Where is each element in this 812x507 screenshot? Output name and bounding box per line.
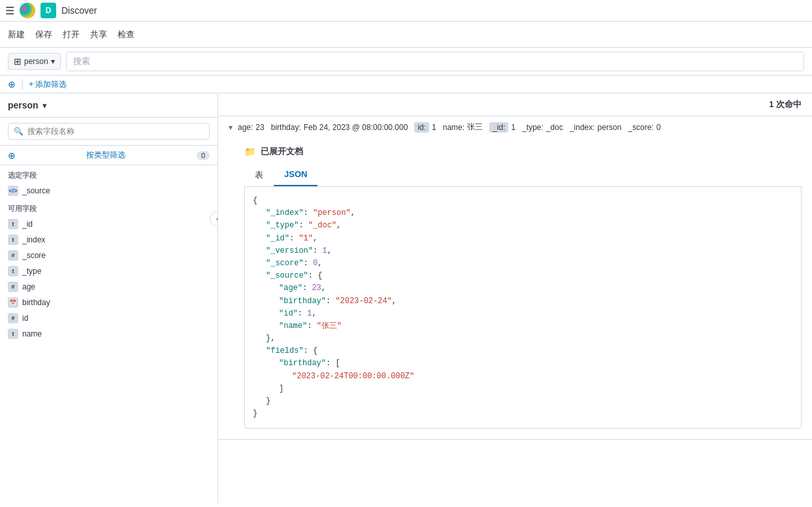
available-fields-section: 可用字段 [0,199,218,216]
id-key-highlighted: id: [414,122,429,133]
filter-separator: | [21,78,24,90]
meta-type-val: _doc [546,123,563,132]
field-name-source: _source [22,186,50,195]
meta-id-key-highlighted: _id: [489,122,508,133]
inspect-button[interactable]: 检查 [118,26,135,43]
name-val: 张三 [467,122,483,133]
filter-type-button[interactable]: 按类型筛选 [86,150,125,161]
index-pattern-label: person [24,57,48,66]
share-button[interactable]: 共享 [90,26,107,43]
field-type-cal-icon: 📅 [8,297,18,308]
index-pattern-selector[interactable]: ⊞ person ▾ [8,53,61,70]
filter-icon: ⊕ [8,79,16,90]
sidebar-chevron-icon: ▾ [42,101,47,110]
result-list: ▾ age: 23 birthday: Feb 24, 2023 @ 08:00… [218,116,812,440]
birthday-key: birthday: [271,123,301,132]
sidebar-index-selector[interactable]: person ▾ [0,93,218,118]
field-name-_index: _index [22,235,45,244]
field-type-source-icon: </> [8,186,18,196]
sidebar-search-input[interactable] [27,127,204,136]
field-name-age: age [22,282,35,291]
age-key: age: [238,123,253,132]
selected-fields-section: 选定字段 [0,165,218,183]
field-item-age[interactable]: # age [0,279,218,295]
field-type-hash-icon: # [8,282,18,292]
app-avatar: D [41,3,56,18]
field-type-hash-icon: # [8,250,18,261]
filter-count-badge: 0 [197,151,210,160]
field-name-id: id [22,314,28,323]
name-key: name: [443,123,464,132]
sidebar-search-field: 🔍 [0,118,218,146]
new-button[interactable]: 新建 [8,26,25,43]
field-type-t-icon: t [8,329,18,339]
add-filter-button[interactable]: + 添加筛选 [29,79,67,90]
age-val: 23 [255,123,264,132]
sidebar-index-label: person [8,100,39,110]
search-bar: ⊞ person ▾ 搜索 [0,48,812,76]
doc-expanded: 📁 已展开文档 表 JSON { "_index": "person", "_t… [218,138,812,439]
json-block: { "_index": "person", "_type": "_doc", "… [244,187,802,429]
top-bar: ☰ D Discover [0,0,812,22]
save-button[interactable]: 保存 [35,26,52,43]
field-type-hash-icon: # [8,313,18,323]
doc-header: 📁 已展开文档 [244,146,802,157]
content-area: 1 次命中 ▾ age: 23 birthday: Feb 24, 2023 @… [218,93,812,503]
sidebar: person ▾ 🔍 ⊕ 按类型筛选 0 选定字段 </> _source 可用… [0,93,218,503]
main-layout: person ▾ 🔍 ⊕ 按类型筛选 0 选定字段 </> _source 可用… [0,93,812,503]
field-type-t-icon: t [8,266,18,276]
field-name-_id: _id [22,220,33,229]
filter-bar: ⊕ | + 添加筛选 [0,76,812,93]
table-row: ▾ age: 23 birthday: Feb 24, 2023 @ 08:00… [218,116,812,440]
result-row-header[interactable]: ▾ age: 23 birthday: Feb 24, 2023 @ 08:00… [218,116,812,138]
result-fields: age: 23 birthday: Feb 24, 2023 @ 08:00:0… [238,122,660,133]
doc-tabs: 表 JSON [244,165,802,187]
field-item-name[interactable]: t name [0,326,218,342]
search-input-wrap[interactable]: 搜索 [66,52,804,71]
birthday-val: Feb 24, 2023 @ 08:00:00.000 [304,123,408,132]
menu-icon[interactable]: ☰ [5,5,14,17]
meta-score-key: _score: [628,123,653,132]
sidebar-search-wrap[interactable]: 🔍 [8,123,210,140]
field-item-birthday[interactable]: 📅 birthday [0,295,218,310]
tab-json[interactable]: JSON [274,165,317,186]
open-button[interactable]: 打开 [63,26,80,43]
field-name-name: name [22,329,42,338]
meta-type-key: _type: [522,123,544,132]
filter-type-row: ⊕ 按类型筛选 0 [0,146,218,165]
meta-index-val: person [598,123,622,132]
doc-header-title: 已展开文档 [261,146,303,157]
app-title: Discover [61,5,97,16]
kibana-logo [20,3,35,18]
hits-bar: 1 次命中 [218,93,812,116]
field-item-_score[interactable]: # _score [0,248,218,263]
field-name-birthday: birthday [22,298,50,307]
expand-chevron-icon[interactable]: ▾ [229,123,233,132]
id-val: 1 [432,123,436,132]
field-item-_index[interactable]: t _index [0,232,218,248]
filter-type-icon: ⊕ [8,150,16,161]
meta-id-val: 1 [511,123,515,132]
field-type-t-icon: t [8,235,18,245]
sidebar-search-icon: 🔍 [14,127,24,136]
field-type-t-icon: t [8,219,18,229]
index-pattern-icon: ⊞ [14,56,22,67]
meta-score-val: 0 [657,123,661,132]
search-placeholder: 搜索 [73,56,90,66]
field-name-_score: _score [22,251,46,260]
field-item-_id[interactable]: t _id [0,216,218,232]
meta-index-key: _index: [570,123,595,132]
field-name-_type: _type [22,267,41,276]
folder-icon: 📁 [244,146,255,157]
chevron-down-icon: ▾ [51,57,55,66]
tab-table[interactable]: 表 [244,165,274,186]
toolbar: 新建 保存 打开 共享 检查 [0,22,812,48]
hits-count: 1 次命中 [769,99,802,110]
field-item-source[interactable]: </> _source [0,183,218,199]
field-item-id[interactable]: # id [0,310,218,326]
field-item-_type[interactable]: t _type [0,263,218,279]
